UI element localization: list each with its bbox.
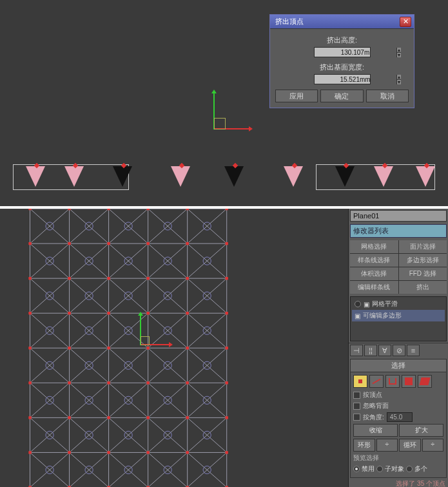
svg-rect-148 (68, 277, 70, 280)
extrude-button[interactable]: 挤出 (399, 281, 447, 294)
extrude-width-spinner[interactable]: ▲▼ (314, 74, 371, 84)
show-end-result-icon[interactable]: ¦¦ (364, 345, 377, 356)
svg-rect-147 (28, 277, 31, 280)
shrink-button[interactable]: 收缩 (353, 424, 398, 437)
patch-select-button[interactable]: 面片选择 (399, 240, 447, 253)
preview-subobj-radio[interactable] (376, 466, 383, 472)
by-vertex-row: 按顶点 (353, 390, 443, 399)
edit-spline-button[interactable]: 编辑样条线 (350, 281, 398, 294)
extrude-height-field: 挤出高度: ▲▼ (275, 35, 409, 57)
svg-rect-174 (146, 416, 149, 419)
svg-rect-140 (226, 209, 228, 210)
subobject-row (353, 375, 443, 388)
svg-rect-176 (226, 416, 228, 419)
object-name-field[interactable]: Plane01 (350, 210, 447, 222)
preview-radios: 禁用 子对象 多个 (353, 464, 443, 473)
ring-button[interactable]: 环形 (353, 439, 375, 452)
extruded-vertex-cone[interactable] (284, 166, 303, 187)
ffd-select-button[interactable]: FFD 选择 (399, 267, 447, 280)
modifier-stack[interactable]: ▣ 网格平滑 ▣ 可编辑多边形 (350, 296, 447, 341)
configure-sets-icon[interactable]: ≡ (407, 345, 420, 356)
dialog-buttons: 应用 确定 取消 (275, 90, 409, 102)
xy-plane-handle[interactable] (214, 118, 226, 129)
svg-rect-158 (226, 312, 228, 314)
extruded-vertex-cone[interactable] (224, 166, 244, 187)
plus-icon[interactable]: ▣ (364, 301, 369, 308)
modifier-list-dropdown[interactable]: 修改器列表 (350, 224, 447, 238)
svg-rect-149 (107, 277, 110, 280)
loop-spin-icon[interactable]: ÷ (422, 439, 444, 452)
preview-disable-label: 禁用 (362, 464, 375, 473)
svg-rect-175 (186, 416, 189, 419)
ignore-backface-checkbox[interactable] (353, 403, 360, 410)
top-viewport[interactable] (0, 209, 348, 487)
extrude-width-input[interactable] (315, 75, 396, 84)
svg-rect-142 (68, 242, 70, 245)
svg-rect-141 (28, 242, 31, 245)
svg-rect-145 (186, 242, 189, 245)
svg-rect-180 (146, 451, 149, 454)
extruded-vertex-cone[interactable] (374, 166, 393, 187)
grow-button[interactable]: 扩大 (399, 424, 443, 437)
border-mode-button[interactable] (385, 375, 400, 388)
svg-rect-179 (107, 451, 110, 454)
wireframe-mesh[interactable] (15, 209, 242, 487)
spin-up-icon[interactable]: ▲ (396, 75, 402, 80)
ignore-backface-label: 忽略背面 (363, 401, 389, 410)
by-angle-checkbox[interactable] (353, 414, 360, 421)
shrink-grow-row: 收缩 扩大 (353, 424, 443, 437)
extruded-vertex-cone[interactable] (416, 166, 435, 187)
extruded-vertex-cone[interactable] (64, 166, 84, 187)
svg-rect-146 (226, 242, 228, 245)
polygon-icon (405, 377, 413, 385)
element-icon (419, 377, 430, 385)
extruded-vertex-cone[interactable] (113, 166, 132, 187)
extrude-height-spinner[interactable]: ▲▼ (314, 47, 371, 57)
make-unique-icon[interactable]: ∀ (378, 345, 391, 356)
preview-multi-radio[interactable] (406, 466, 413, 472)
svg-rect-178 (68, 451, 70, 454)
close-icon[interactable]: ✕ (400, 17, 411, 27)
extruded-vertex-cone[interactable] (26, 166, 45, 187)
ok-button[interactable]: 确定 (320, 90, 363, 102)
extrude-height-input[interactable] (315, 48, 396, 57)
spin-up-icon[interactable]: ▲ (396, 48, 402, 53)
spline-select-button[interactable]: 样条线选择 (350, 254, 398, 267)
preview-disable-radio[interactable] (353, 466, 360, 472)
spin-down-icon[interactable]: ▼ (396, 80, 402, 84)
by-vertex-checkbox[interactable] (353, 392, 360, 399)
lightbulb-icon[interactable] (355, 301, 361, 307)
apply-button[interactable]: 应用 (275, 90, 318, 102)
svg-rect-167 (107, 381, 110, 384)
mesh-select-button[interactable]: 网格选择 (350, 240, 398, 253)
svg-rect-139 (186, 209, 189, 210)
transform-gizmo[interactable] (214, 129, 215, 129)
edge-mode-button[interactable] (369, 375, 384, 388)
spin-down-icon[interactable]: ▼ (396, 53, 402, 57)
stack-item-meshsmooth[interactable]: ▣ 网格平滑 (352, 298, 445, 310)
polygon-mode-button[interactable] (402, 375, 416, 388)
cancel-button[interactable]: 取消 (366, 90, 409, 102)
pin-stack-icon[interactable]: ⊣ (350, 345, 363, 356)
stack-item-editable-poly[interactable]: ▣ 可编辑多边形 (352, 310, 445, 321)
extruded-vertex-cone[interactable] (335, 166, 355, 187)
vol-select-button[interactable]: 体积选择 (350, 267, 398, 280)
svg-rect-170 (226, 381, 228, 384)
svg-rect-157 (186, 312, 189, 314)
loop-button[interactable]: 循环 (399, 439, 421, 452)
vertex-mode-button[interactable] (353, 375, 367, 388)
selection-rollout-header[interactable]: 选择 (350, 359, 447, 372)
svg-rect-162 (146, 347, 149, 349)
element-mode-button[interactable] (418, 375, 432, 388)
angle-input[interactable] (387, 412, 413, 422)
extruded-vertex-cone[interactable] (171, 166, 190, 187)
ring-spin-icon[interactable]: ÷ (376, 439, 398, 452)
perspective-viewport-top: 挤出顶点 ✕ 挤出高度: ▲▼ 挤出基面宽度: ▲▼ 应用 确定 (0, 0, 448, 206)
remove-modifier-icon[interactable]: ⊘ (393, 345, 405, 356)
poly-select-button[interactable]: 多边形选择 (399, 254, 447, 267)
dialog-titlebar[interactable]: 挤出顶点 ✕ (270, 15, 414, 29)
xy-plane-handle[interactable] (141, 336, 150, 345)
svg-rect-168 (146, 381, 149, 384)
plus-icon[interactable]: ▣ (355, 312, 360, 320)
svg-rect-135 (28, 209, 31, 210)
